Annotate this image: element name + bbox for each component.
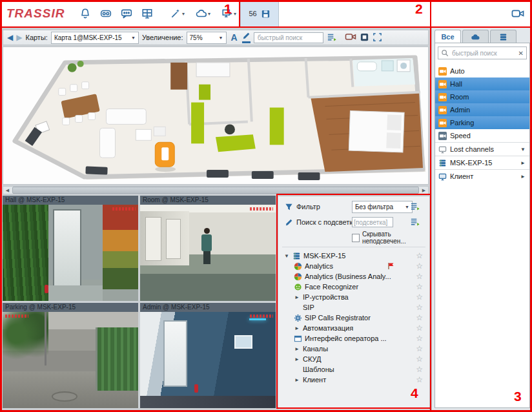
tree-row[interactable]: SIP Calls Registrator ☆: [278, 313, 429, 323]
highlight-list-button[interactable]: [410, 217, 420, 228]
map-forward-button[interactable]: ▶: [16, 34, 22, 41]
star-icon[interactable]: ☆: [416, 252, 423, 260]
channel-label: Lost channels: [450, 145, 494, 153]
tab-cloud[interactable]: [462, 30, 489, 43]
star-icon[interactable]: ☆: [416, 366, 423, 373]
search-icon: [441, 49, 449, 57]
tree-row[interactable]: ► Клиент ☆: [278, 375, 429, 385]
notifications-button[interactable]: [76, 5, 94, 23]
star-icon[interactable]: ☆: [416, 345, 423, 353]
tree-row[interactable]: Analytics (Business Analy... ☆: [278, 271, 429, 282]
tree-label: СКУД: [303, 355, 321, 363]
monitor-icon: [438, 145, 447, 154]
camera-tile-room[interactable]: Room @ MSK-EXP-15: [140, 196, 276, 301]
star-icon[interactable]: ☆: [416, 262, 423, 270]
channel-row-auto[interactable]: Auto: [435, 65, 529, 77]
tab-servers[interactable]: [490, 30, 517, 43]
map-list-button[interactable]: [327, 32, 336, 43]
wand-tools-button[interactable]: ▾: [165, 5, 189, 23]
chevron-right-icon[interactable]: ►: [520, 160, 526, 166]
tree-row[interactable]: SIP ☆: [278, 302, 429, 313]
caret-right-icon[interactable]: ►: [294, 356, 300, 362]
tree-row[interactable]: ► IP-устройства ☆: [278, 292, 429, 302]
hide-unhighlighted-checkbox[interactable]: [352, 234, 360, 242]
tab-label: Все: [441, 33, 454, 41]
scroll-right-icon[interactable]: ▶: [420, 188, 428, 193]
star-icon[interactable]: ☆: [416, 304, 423, 311]
channel-row-parking[interactable]: Parking: [435, 116, 529, 129]
clear-icon[interactable]: ✕: [518, 50, 524, 57]
map-video-button[interactable]: [360, 32, 369, 43]
star-icon[interactable]: ☆: [416, 293, 423, 301]
star-icon[interactable]: ☆: [416, 355, 423, 363]
tree-row[interactable]: ► СКУД ☆: [278, 354, 429, 364]
tree-row-server[interactable]: ▼ MSK-EXP-15 ☆: [278, 251, 429, 261]
archive-count: 56: [249, 10, 256, 17]
chat-button[interactable]: [118, 5, 136, 23]
monitor-layout-icon: [141, 8, 153, 19]
camera-label: Hall @ MSK-EXP-15: [3, 196, 138, 205]
server-row-msk[interactable]: MSK-EXP-15 ►: [435, 156, 529, 169]
cloud-menu-button[interactable]: ▾: [191, 5, 214, 23]
tree-row[interactable]: ► Автоматизация ☆: [278, 323, 429, 333]
star-icon[interactable]: ☆: [416, 273, 423, 280]
face-icon: [294, 283, 302, 291]
map-select[interactable]: Карта 1@MSK-EXP-15 ▼: [51, 32, 139, 44]
scroll-left-icon[interactable]: ◀: [3, 188, 12, 193]
timestamp-overlay: [250, 207, 273, 211]
tree-row[interactable]: Интерфейс оператора ... ☆: [278, 333, 429, 344]
export-menu-button[interactable]: ▾: [217, 5, 240, 23]
caret-down-icon[interactable]: ▼: [283, 253, 290, 259]
scrollbar-thumb[interactable]: [12, 187, 419, 194]
star-icon[interactable]: ☆: [416, 314, 423, 322]
star-icon[interactable]: ☆: [416, 376, 423, 384]
channel-label: Admin: [450, 106, 470, 114]
tree-row[interactable]: Face Recognizer ☆: [278, 282, 429, 292]
tree-row[interactable]: ► Каналы ☆: [278, 344, 429, 354]
star-icon[interactable]: ☆: [416, 283, 423, 291]
camera-tile-hall[interactable]: Hall @ MSK-EXP-15: [3, 196, 138, 301]
map-search-input[interactable]: [256, 34, 321, 42]
text-tool-button[interactable]: A: [230, 32, 239, 43]
star-icon[interactable]: ☆: [416, 335, 423, 342]
camera-tile-parking[interactable]: Parking @ MSK-EXP-15: [3, 303, 138, 408]
tree-row[interactable]: Analytics ☆: [278, 261, 429, 271]
divider: [282, 247, 425, 247]
channel-row-room[interactable]: Room: [435, 90, 529, 103]
map-camera-button[interactable]: [345, 32, 356, 43]
map-hscrollbar[interactable]: ◀ ▶: [3, 186, 429, 194]
filter-list-button[interactable]: [410, 201, 420, 212]
caret-right-icon[interactable]: ►: [294, 325, 300, 331]
channel-row-hall[interactable]: Hall: [435, 77, 529, 90]
chevron-down-icon[interactable]: ▼: [520, 147, 526, 152]
recorder-button[interactable]: [97, 5, 115, 23]
tree-row[interactable]: Шаблоны ☆: [278, 364, 429, 375]
monitor-layout-button[interactable]: [138, 5, 156, 23]
camera-tile-admin[interactable]: Admin @ MSK-EXP-15: [140, 303, 276, 408]
map-fullscreen-button[interactable]: [373, 32, 382, 43]
floor-plan-canvas[interactable]: [3, 46, 429, 185]
client-row[interactable]: Клиент ►: [435, 169, 529, 183]
tree-label: Шаблоны: [303, 366, 334, 373]
gear-icon: [294, 314, 302, 322]
channel-row-speed[interactable]: Speed: [435, 129, 529, 142]
add-camera-button[interactable]: [507, 6, 528, 21]
sidebar-search-input[interactable]: [451, 49, 517, 57]
highlight-search-input[interactable]: [352, 217, 393, 227]
map-back-button[interactable]: ◀: [7, 34, 13, 41]
chevron-right-icon[interactable]: ►: [520, 174, 526, 180]
tab-all[interactable]: Все: [435, 30, 461, 43]
caret-right-icon[interactable]: ►: [294, 294, 300, 300]
channel-row-admin[interactable]: Admin: [435, 103, 529, 116]
lost-channels-row[interactable]: Lost channels ▼: [435, 142, 529, 156]
zoom-select[interactable]: 75% ▼: [187, 32, 227, 44]
highlight-tool-button[interactable]: [242, 32, 251, 43]
filter-select[interactable]: Без фильтра ▼: [352, 201, 413, 213]
camera-video: [3, 205, 138, 301]
star-icon[interactable]: ☆: [416, 324, 423, 332]
archive-tab[interactable]: 56: [240, 0, 279, 27]
caret-right-icon[interactable]: ►: [294, 377, 300, 383]
caret-right-icon[interactable]: ►: [294, 346, 300, 352]
filter-label: Фильтр: [296, 203, 320, 211]
chevron-down-icon: ▼: [219, 36, 223, 40]
